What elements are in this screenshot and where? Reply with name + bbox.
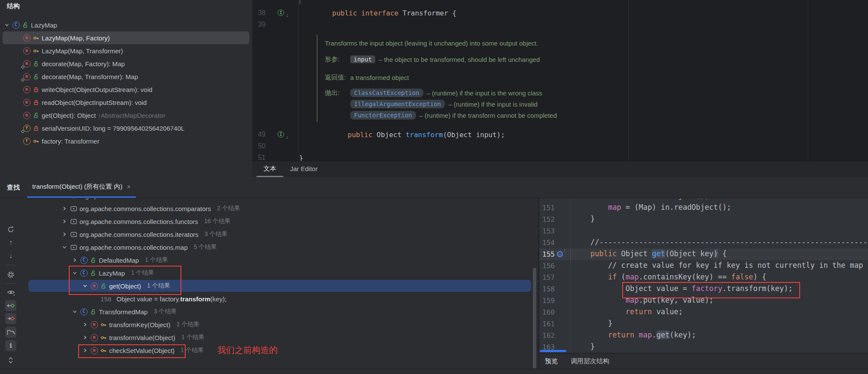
code-line[interactable]: 38 I ↓ public interface Transformer { [252,7,868,18]
tree-row-package[interactable]: org.apache.commons.collections.map 5 个结果 [27,241,532,254]
doc-throws-row: FunctorException – (runtime) if the tran… [325,110,557,120]
jump-to-source-icon[interactable] [5,300,16,311]
structure-item-method[interactable]: m writeObject(ObjectOutputStream): void [0,83,252,96]
exception-chip[interactable]: ClassCastException [350,89,423,97]
structure-item-class[interactable]: C LazyMap [0,18,252,31]
up-arrow-icon[interactable]: ↑ [5,237,16,248]
tree-row-label: org.apache.commons.collections.functors [79,218,198,225]
tree-row-class[interactable]: C DefaultedMap 1 个结果 [27,254,532,267]
code-line[interactable]: in.defaultReadObject(); [539,199,868,202]
doc-params-label: 形参: [325,55,350,64]
interface-gutter-icon[interactable]: I ↓ [278,131,287,138]
code-editor[interactable]: 38 I ↓ public interface Transformer { 39… [252,0,868,177]
code-line[interactable]: 151 map = (Map) in.readObject(); [539,202,868,214]
info-icon[interactable]: i [5,340,16,351]
tree-row-class[interactable]: C TransformedMap 3 个结果 [27,305,532,318]
structure-item-method[interactable]: m readObject(ObjectInputStream): void [0,96,252,109]
horizontal-scrollbar[interactable] [540,350,566,352]
structure-item-method[interactable]: m LazyMap(Map, Factory) [0,31,252,44]
structure-panel: 结构 C LazyMap m LazyMap(Map, Factory) m L… [0,0,252,177]
refresh-icon[interactable] [5,224,16,235]
code-line[interactable]: 154 //----------------------------------… [539,237,868,248]
chevron-right-icon[interactable] [61,231,68,238]
interface-gutter-icon[interactable]: I ↓ [278,9,287,16]
tree-row-package[interactable]: org.apache.commons.collections.comparato… [27,202,532,215]
tree-row-package[interactable]: org.apache.commons.collections.iterators… [27,228,532,241]
code-line[interactable]: 157 if (map.containsKey(key) == false) { [539,272,868,283]
code-line-current[interactable]: 155 ↑ public Object get(Object key) { [539,248,868,260]
preview-eye-icon[interactable] [5,287,16,298]
structure-panel-title: 结构 [7,0,20,12]
tree-row-package[interactable]: org.apache.commons.collections.functors … [27,215,532,228]
exception-chip[interactable]: IllegalArgumentException [350,100,445,108]
code-line[interactable]: 39 [252,19,868,30]
code-line[interactable]: 49 I ↓ public Object transform(Object in… [252,129,868,140]
tree-row-package[interactable]: org.apache.commons.collections [27,198,532,202]
structure-item-method[interactable]: m get(Object): Object ↑AbstractMapDecora… [0,109,252,122]
match-code: Object value = factory.transform(key); [116,295,226,303]
tree-scrollbar[interactable] [533,268,536,368]
tab-call-hierarchy[interactable]: 调用层次结构 [571,357,609,365]
tab-preview[interactable]: 预览 [545,357,558,365]
toolbar-divider [6,283,15,284]
find-title: 查找 [7,177,20,198]
key-icon [33,35,39,41]
chevron-down-icon[interactable] [3,21,10,28]
key-icon [100,334,107,341]
ide-window: 结构 C LazyMap m LazyMap(Map, Factory) m L… [0,0,868,374]
method-icon: m [23,98,31,106]
rendered-javadoc: Transforms the input object (leaving it … [317,34,798,122]
chevron-down-icon[interactable] [71,308,78,315]
bottom-strip [0,369,868,374]
result-count: 5 个结果 [194,243,217,251]
code-line[interactable]: 153 [539,225,868,237]
structure-item-static-method[interactable]: m decorate(Map, Factory): Map [0,57,252,70]
structure-item-static-method[interactable]: m decorate(Map, Transformer): Map [0,70,252,83]
tree-row-method[interactable]: m transformKey(Object) 1 个结果 [27,318,532,331]
line-number: 50 [252,142,266,150]
result-count: 3 个结果 [154,308,177,316]
param-desc: – the object to be transformed, should b… [379,56,540,63]
chevron-right-icon[interactable] [82,321,89,328]
structure-item-static-field[interactable]: f serialVersionUID: long = 7990956402564… [0,122,252,135]
intention-bulb-icon[interactable] [302,21,308,28]
exception-desc: – (runtime) if the input is invalid [448,101,538,108]
structure-item-label: decorate(Map, Transformer): Map [42,73,138,80]
implemented-arrow-icon: ↓ [286,12,289,18]
tree-row-label: TransformedMap [99,308,148,316]
static-method-icon: m [23,60,31,67]
chevron-right-icon[interactable] [61,218,68,225]
close-icon[interactable]: × [127,183,131,191]
chevron-right-icon[interactable] [61,205,68,212]
autoscroll-to-source-icon[interactable] [5,313,16,324]
down-arrow-icon[interactable]: ↓ [5,250,16,261]
chevron-down-icon[interactable] [61,244,68,251]
structure-item-field[interactable]: f factory: Transformer [0,135,252,147]
group-by-package-icon[interactable]: * [5,327,16,338]
settings-gear-icon[interactable] [5,269,16,280]
overrides-gutter-icon[interactable]: ↑ [557,251,564,258]
public-lock-icon [33,61,39,67]
structure-item-label: decorate(Map, Factory): Map [42,60,125,67]
static-field-icon: f [23,124,31,132]
annotation-box-transform-line [622,282,800,298]
preview-editor[interactable]: in.defaultReadObject(); 151 map = (Map) … [539,199,868,353]
tree-row-method[interactable]: m transformValue(Object) 1 个结果 [27,331,532,344]
param-chip[interactable]: input [350,55,375,63]
code-line[interactable]: 163 } [539,341,868,353]
code-line[interactable]: 161 } [539,318,868,330]
code-line[interactable]: 50 [252,141,868,152]
find-results-tab[interactable]: transform(Object) (所有位置 内) × [27,177,136,198]
tab-text[interactable]: 文本 [257,161,283,177]
chevron-right-icon[interactable] [71,257,78,264]
code-line[interactable]: 156 // create value for key if key is no… [539,260,868,272]
exception-chip[interactable]: FunctorException [350,111,416,120]
code-line[interactable]: 160 return value; [539,307,868,318]
chevron-right-icon[interactable] [82,334,89,341]
tab-jar-editor[interactable]: Jar Editor [283,161,324,177]
private-lock-icon [33,125,39,132]
code-line[interactable]: 162 return map.get(key); [539,330,868,341]
structure-item-method[interactable]: m LazyMap(Map, Transformer) [0,44,252,57]
expand-collapse-icon[interactable] [5,355,16,366]
code-line[interactable]: 152 } [539,214,868,225]
